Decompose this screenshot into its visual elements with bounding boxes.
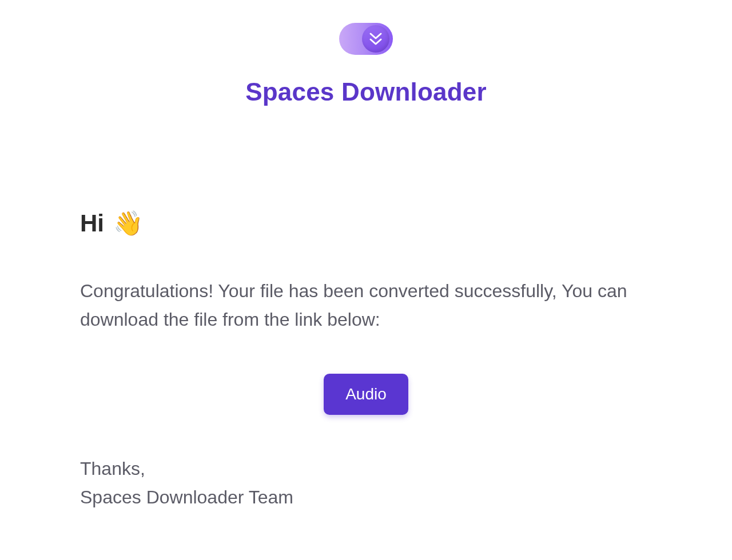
signoff-thanks: Thanks, — [80, 455, 652, 483]
signoff-team: Spaces Downloader Team — [80, 483, 652, 512]
double-chevron-down-icon — [368, 30, 383, 47]
email-page: Spaces Downloader Hi 👋 Congratulations! … — [0, 0, 732, 560]
greeting-text: Hi — [80, 210, 111, 237]
greeting: Hi 👋 — [80, 209, 652, 237]
wave-emoji-icon: 👋 — [113, 209, 143, 237]
logo-circle — [362, 25, 389, 53]
success-message: Congratulations! Your file has been conv… — [80, 277, 652, 334]
logo-pill — [339, 23, 393, 55]
header: Spaces Downloader — [80, 23, 652, 106]
audio-download-button[interactable]: Audio — [324, 374, 408, 415]
signoff: Thanks, Spaces Downloader Team — [80, 455, 652, 511]
cta-row: Audio — [80, 374, 652, 415]
app-title: Spaces Downloader — [80, 78, 652, 106]
app-logo — [339, 23, 393, 55]
